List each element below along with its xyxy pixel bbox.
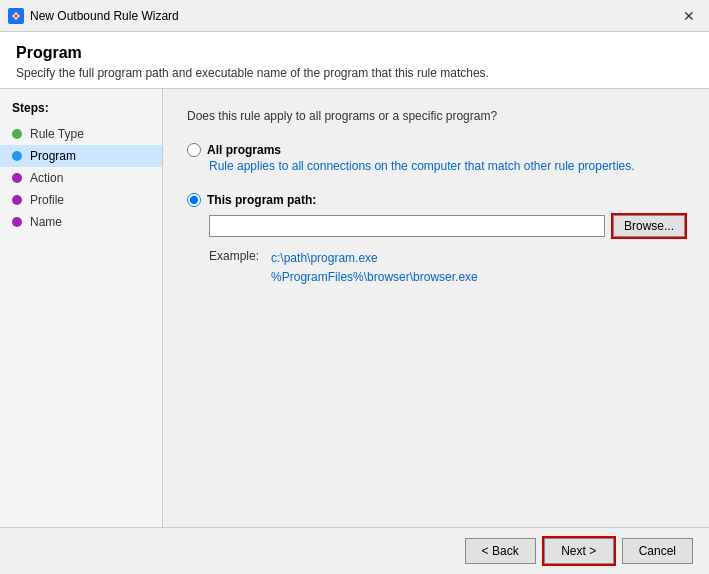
title-bar: New Outbound Rule Wizard ✕ <box>0 0 709 32</box>
sidebar-item-action[interactable]: Action <box>0 167 162 189</box>
all-programs-label[interactable]: All programs <box>207 143 281 157</box>
step-label-action: Action <box>30 171 63 185</box>
next-button[interactable]: Next > <box>544 538 614 564</box>
close-button[interactable]: ✕ <box>677 7 701 25</box>
all-programs-description: Rule applies to all connections on the c… <box>209 159 685 173</box>
footer-section: < Back Next > Cancel <box>0 527 709 574</box>
program-path-input[interactable] <box>209 215 605 237</box>
question-text: Does this rule apply to all programs or … <box>187 109 685 123</box>
step-label-name: Name <box>30 215 62 229</box>
step-dot-action <box>12 173 22 183</box>
example-paths: c:\path\program.exe %ProgramFiles%\brows… <box>271 249 478 287</box>
page-subtitle: Specify the full program path and execut… <box>16 66 693 80</box>
wizard-icon <box>8 8 24 24</box>
example-label: Example: <box>209 249 259 287</box>
steps-label: Steps: <box>0 101 162 123</box>
header-section: Program Specify the full program path an… <box>0 32 709 89</box>
step-label-program: Program <box>30 149 76 163</box>
dialog-body: Program Specify the full program path an… <box>0 32 709 574</box>
example-section: Example: c:\path\program.exe %ProgramFil… <box>209 249 685 287</box>
example-line1: c:\path\program.exe <box>271 249 478 268</box>
sidebar-item-rule-type[interactable]: Rule Type <box>0 123 162 145</box>
steps-panel: Steps: Rule Type Program Action Profile … <box>0 89 163 527</box>
step-dot-name <box>12 217 22 227</box>
sidebar-item-program[interactable]: Program <box>0 145 162 167</box>
this-program-label[interactable]: This program path: <box>207 193 316 207</box>
example-line2: %ProgramFiles%\browser\browser.exe <box>271 268 478 287</box>
radio-group: All programs Rule applies to all connect… <box>187 143 685 287</box>
cancel-button[interactable]: Cancel <box>622 538 693 564</box>
step-dot-program <box>12 151 22 161</box>
browse-button[interactable]: Browse... <box>613 215 685 237</box>
svg-point-1 <box>14 14 18 18</box>
sidebar-item-name[interactable]: Name <box>0 211 162 233</box>
step-dot-profile <box>12 195 22 205</box>
all-programs-option: All programs Rule applies to all connect… <box>187 143 685 173</box>
path-input-row: Browse... <box>209 215 685 237</box>
step-label-profile: Profile <box>30 193 64 207</box>
content-area: Steps: Rule Type Program Action Profile … <box>0 89 709 527</box>
this-program-radio[interactable] <box>187 193 201 207</box>
page-title: Program <box>16 44 693 62</box>
back-button[interactable]: < Back <box>465 538 536 564</box>
sidebar-item-profile[interactable]: Profile <box>0 189 162 211</box>
window-title: New Outbound Rule Wizard <box>30 9 179 23</box>
step-label-rule-type: Rule Type <box>30 127 84 141</box>
main-panel: Does this rule apply to all programs or … <box>163 89 709 527</box>
this-program-option: This program path: Browse... Example: c:… <box>187 193 685 287</box>
step-dot-rule-type <box>12 129 22 139</box>
all-programs-radio[interactable] <box>187 143 201 157</box>
